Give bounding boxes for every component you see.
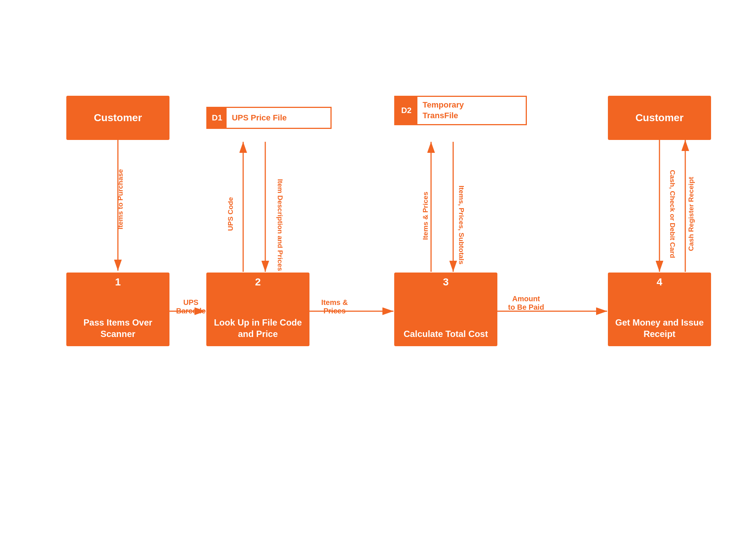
label-items-to-purchase: Items to Purchase <box>116 169 125 229</box>
customer-left-entity: Customer <box>66 96 169 140</box>
data-store-d2: D2 TemporaryTransFile <box>394 96 527 125</box>
label-items-prices-subtotals: Items, Prices, Subtotals <box>457 186 465 264</box>
label-items-prices-up: Items & Prices <box>421 192 430 240</box>
label-cash-register-receipt: Cash Register Receipt <box>687 177 695 251</box>
label-items-prices-flow: Items &Prices <box>312 298 357 315</box>
label-ups-code: UPS Code <box>227 197 235 231</box>
process-4: 4 Get Money and Issue Receipt <box>608 273 711 346</box>
label-amount-to-be-paid: Amountto Be Paid <box>500 295 552 312</box>
diagram-container: Customer Customer D1 UPS Price File D2 T… <box>29 66 729 453</box>
label-cash-check-debit: Cash, Check or Debit Card <box>668 170 676 258</box>
process-1: 1 Pass Items Over Scanner <box>66 273 169 346</box>
label-ups-barcode: UPSBarcode <box>172 298 209 315</box>
data-store-d1: D1 UPS Price File <box>206 107 332 129</box>
label-item-desc-prices: Item Description and Prices <box>276 179 284 271</box>
process-2: 2 Look Up in File Code and Price <box>206 273 309 346</box>
process-3: 3 Calculate Total Cost <box>394 273 497 346</box>
customer-right-entity: Customer <box>608 96 711 140</box>
